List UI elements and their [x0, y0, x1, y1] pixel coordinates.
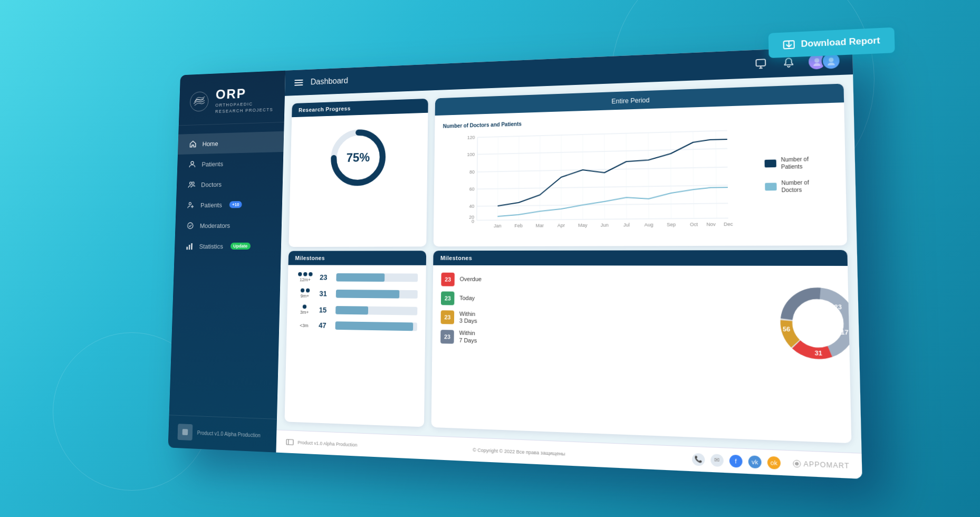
user-avatar	[177, 424, 193, 441]
menu-toggle-button[interactable]	[294, 80, 303, 86]
sidebar-item-doctors[interactable]: Doctors	[176, 173, 283, 196]
logo-initials: ORP	[215, 84, 274, 102]
milestone-row-9m: 9m+ 31	[295, 289, 418, 300]
svg-point-11	[814, 58, 819, 63]
status-badge-today: 23	[441, 291, 455, 305]
doctors-icon	[187, 180, 196, 189]
statistics-icon	[186, 242, 194, 251]
svg-text:Dec: Dec	[724, 222, 733, 227]
nav-label-doctors: Doctors	[201, 180, 222, 188]
legend-patients: Number ofPatients	[764, 155, 835, 170]
ok-icon[interactable]: ok	[767, 456, 781, 469]
milestones-donut-title: Milestones	[440, 254, 839, 261]
svg-text:Aug: Aug	[645, 222, 654, 227]
svg-line-29	[648, 133, 649, 219]
7days-count: 23	[444, 333, 450, 340]
footer-product: Product v1.0 Alpha Production	[197, 430, 261, 438]
3days-count: 23	[444, 314, 450, 320]
sidebar-item-patients-new[interactable]: Patients +10	[176, 194, 282, 216]
menu-line-3	[294, 84, 303, 86]
svg-rect-8	[191, 243, 193, 250]
milestone-count-9m: 31	[319, 290, 331, 298]
sidebar: ORP ORTHOPAEDIC Research Projects Home	[168, 71, 286, 453]
milestone-bar-container-3m	[335, 306, 417, 315]
svg-point-1	[191, 161, 194, 165]
svg-text:120: 120	[467, 135, 475, 140]
svg-point-5	[187, 223, 193, 228]
svg-text:60: 60	[469, 186, 475, 192]
status-badge-3days: 23	[441, 310, 455, 324]
sidebar-item-home[interactable]: Home	[178, 131, 284, 155]
phone-icon[interactable]: 📞	[692, 453, 705, 466]
svg-text:Jun: Jun	[601, 222, 609, 227]
mail-icon[interactable]: ✉	[710, 454, 724, 467]
milestones-donut-card: Milestones 23 Overdue	[431, 250, 852, 443]
brand-icon	[793, 459, 801, 467]
svg-line-22	[497, 137, 498, 220]
svg-line-21	[477, 218, 728, 220]
milestones-bar-card: Milestones 12m+	[284, 251, 426, 427]
svg-text:80: 80	[469, 169, 475, 175]
milestone-count-3m: 15	[319, 306, 331, 314]
milestone-row-3m: 3m+ 15	[295, 304, 418, 316]
milestone-dots-12m: 12m+	[295, 272, 315, 282]
svg-rect-10	[756, 59, 765, 66]
mini-donut-chart: 23 17 31 56	[772, 281, 839, 344]
milestone-bar-lt3m	[335, 321, 414, 331]
facebook-icon[interactable]: f	[729, 454, 743, 467]
legend-doctors-color	[765, 183, 776, 190]
legend-patients-color	[765, 159, 776, 167]
sidebar-footer: Product v1.0 Alpha Production	[168, 415, 277, 452]
milestone-label-lt3m: <3m	[300, 323, 308, 328]
chart-period-label: Entire Period	[611, 97, 649, 105]
research-progress-body: 75%	[290, 113, 428, 202]
overdue-count: 23	[445, 276, 451, 283]
download-report-button[interactable]: Download Report	[768, 27, 895, 58]
status-row-3days: 23 Within3 Days	[441, 310, 762, 329]
chart-legend: Number ofPatients Number ofDoctors	[764, 112, 837, 237]
progress-donut: 75%	[326, 124, 391, 191]
svg-text:Jan: Jan	[494, 223, 501, 228]
status-list: 23 Overdue 23 Today	[440, 273, 762, 350]
footer-left: Product v1.0 Alpha Production	[286, 437, 358, 449]
footer-icon	[286, 437, 294, 446]
sidebar-item-moderators[interactable]: Moderators	[175, 215, 282, 236]
sidebar-item-statistics[interactable]: Statistics Update	[175, 235, 282, 256]
milestone-dots-9m: 9m+	[295, 289, 315, 299]
today-count: 23	[445, 295, 451, 301]
sidebar-item-patients[interactable]: Patients	[177, 152, 284, 175]
overdue-label: Overdue	[459, 276, 482, 283]
milestone-label-9m: 9m+	[301, 293, 309, 299]
download-report-label: Download Report	[801, 36, 880, 49]
svg-text:23: 23	[834, 304, 842, 311]
sidebar-navigation: Home Patients	[169, 127, 284, 419]
dot	[298, 272, 302, 276]
svg-line-23	[518, 136, 519, 220]
logo-icon	[188, 90, 210, 113]
footer-brand: APPOMART	[793, 459, 850, 470]
download-icon	[782, 39, 795, 51]
svg-line-30	[670, 132, 671, 218]
milestone-bar-3m	[335, 306, 368, 314]
milestone-bar-container-lt3m	[335, 321, 417, 331]
svg-line-24	[540, 136, 540, 219]
svg-text:Apr: Apr	[558, 223, 565, 228]
status-badge-7days: 23	[440, 330, 454, 343]
main-content: Dashboard	[276, 46, 862, 479]
milestones-donut-header: Milestones	[433, 250, 848, 266]
svg-line-15	[477, 137, 477, 220]
svg-line-19	[477, 185, 727, 189]
milestone-bar-container-9m	[336, 290, 418, 299]
monitor-icon[interactable]	[752, 55, 771, 73]
svg-text:Sep: Sep	[667, 222, 676, 227]
svg-text:56: 56	[783, 326, 790, 333]
vk-icon[interactable]: vk	[748, 455, 761, 468]
svg-point-65	[795, 462, 799, 465]
7days-label: Within7 Days	[459, 330, 477, 344]
mini-donut-svg: 23 17 31 56	[772, 281, 851, 368]
svg-line-31	[693, 131, 694, 218]
milestone-label-3m: 3m+	[300, 310, 309, 315]
milestone-label-12m: 12m+	[300, 277, 311, 282]
dot	[303, 272, 307, 276]
milestone-dots-3m: 3m+	[295, 304, 314, 315]
